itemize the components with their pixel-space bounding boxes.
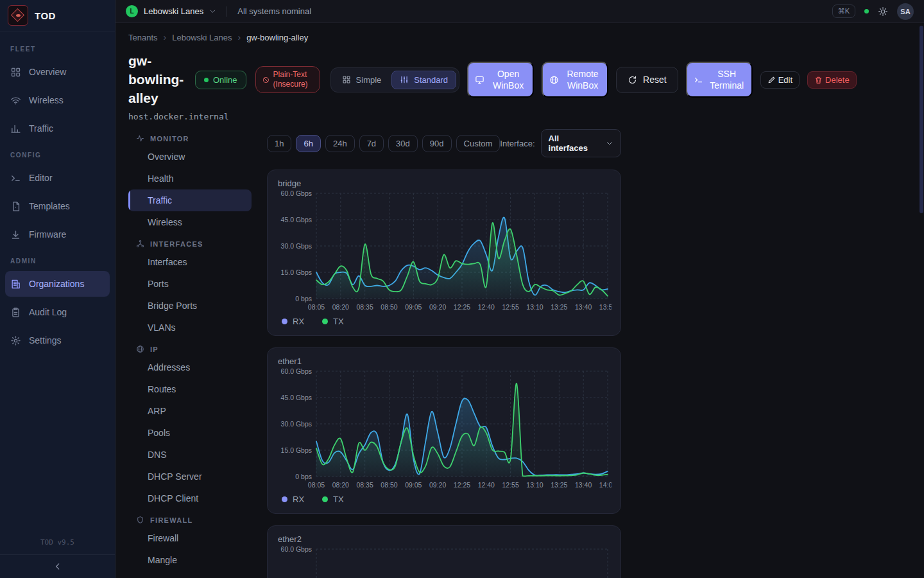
legend-rx: RX [282,495,304,504]
slash-circle-icon [262,76,270,83]
chevron-left-icon [53,562,62,571]
svg-text:12:55: 12:55 [502,481,519,489]
tenant-switcher[interactable]: L Lebowski Lanes [126,5,216,17]
svg-text:60.0 Gbps: 60.0 Gbps [281,189,312,197]
subnav-item-interfaces[interactable]: Interfaces [128,251,252,273]
svg-text:30.0 Gbps: 30.0 Gbps [281,420,312,428]
sidebar-item-settings[interactable]: Settings [5,328,110,353]
topbar-divider [227,6,227,17]
sidebar-item-label: Firmware [29,229,66,240]
rx-dot-icon [282,319,287,324]
breadcrumb-tenant[interactable]: Lebowski Lanes [172,33,232,42]
user-avatar[interactable]: SA [897,3,914,20]
svg-text:13:40: 13:40 [575,481,592,489]
gear-icon [10,335,21,346]
tenant-avatar: L [126,5,138,17]
page-header: gw-bowling-alley host.docker.internal On… [128,51,911,121]
subnav-item-pools[interactable]: Pools [128,422,252,444]
subnav-item-bridge-ports[interactable]: Bridge Ports [128,295,252,317]
edit-button[interactable]: Edit [760,71,800,89]
time-range-group: 1h6h24h7d30d90dCustom [267,135,500,152]
open-winbox-button[interactable]: Open WinBox [467,62,534,98]
subnav-item-traffic[interactable]: Traffic [128,189,252,211]
chart-title: ether1 [278,356,610,366]
svg-text:13:10: 13:10 [526,303,543,311]
interface-select[interactable]: All interfaces [541,129,621,157]
svg-text:13:55: 13:55 [599,303,612,311]
subnav-item-routes[interactable]: Routes [128,378,252,400]
sidebar-item-label: Settings [29,335,62,346]
sun-icon[interactable] [878,6,888,17]
bar-chart-icon [10,123,21,134]
subnav-item-vlans[interactable]: VLANs [128,317,252,338]
online-dot-icon [204,78,209,82]
subnav-section-label: FIREWALL [150,516,193,524]
svg-text:09:05: 09:05 [405,303,422,311]
sliders-icon [400,75,409,84]
svg-text:08:35: 08:35 [357,481,373,489]
svg-text:08:50: 08:50 [381,303,397,311]
subnav-item-ports[interactable]: Ports [128,273,252,295]
sidebar-item-label: Templates [29,201,70,211]
sidebar-item-overview[interactable]: Overview [5,59,110,85]
svg-text:60.0 Gbps: 60.0 Gbps [281,545,312,553]
time-range-24h[interactable]: 24h [325,135,355,152]
subnav-section-label: MONITOR [150,135,189,143]
time-range-90d[interactable]: 90d [422,135,452,152]
time-range-1h[interactable]: 1h [267,135,291,152]
svg-text:45.0 Gbps: 45.0 Gbps [281,394,312,401]
time-range-7d[interactable]: 7d [359,135,384,152]
breadcrumb-current: gw-bowling-alley [246,33,308,42]
subnav-item-dhcp-client[interactable]: DHCP Client [128,487,252,509]
remote-winbox-button[interactable]: Remote WinBox [542,62,608,98]
chart-title: ether2 [278,534,610,544]
subnav-section-ip: IP [128,338,252,356]
legend-tx: TX [322,495,344,504]
subnav-item-firewall[interactable]: Firewall [128,527,252,549]
shield-icon [136,516,144,524]
time-range-6h[interactable]: 6h [296,135,320,152]
app-logo-row: TOD [0,0,115,31]
traffic-chart-bridge: 60.0 Gbps45.0 Gbps30.0 Gbps15.0 Gbps0 bp… [278,189,612,315]
chevron-down-icon [606,139,613,147]
reset-button[interactable]: Reset [616,67,678,93]
sidebar-item-editor[interactable]: Editor [5,165,110,191]
sidebar-nav: FLEETOverviewWirelessTrafficCONFIGEditor… [0,31,115,532]
sidebar-item-audit-log[interactable]: Audit Log [5,299,110,325]
subnav-item-health[interactable]: Health [128,168,252,189]
subnav-item-overview[interactable]: Overview [128,146,252,168]
svg-text:12:25: 12:25 [454,481,470,489]
traffic-panel: 1h6h24h7d30d90dCustom Interface: All int… [267,128,621,578]
delete-button[interactable]: Delete [807,71,857,89]
main-area: L Lebowski Lanes All systems nominal ⌘K … [116,0,924,578]
subnav-item-dhcp-server[interactable]: DHCP Server [128,466,252,487]
sidebar-collapse-button[interactable] [0,554,115,578]
system-status-text: All systems nominal [237,6,311,16]
time-range-custom[interactable]: Custom [456,135,501,152]
device-subnav: MONITOROverviewHealthTrafficWirelessINTE… [128,128,252,571]
mode-simple-button[interactable]: Simple [334,71,390,89]
subnav-item-addresses[interactable]: Addresses [128,356,252,378]
traffic-chart-ether2: 60.0 Gbps [278,545,612,578]
mode-standard-button[interactable]: Standard [391,71,456,89]
sidebar-item-wireless[interactable]: Wireless [5,87,110,113]
scrollbar-thumb[interactable] [920,26,923,213]
time-range-30d[interactable]: 30d [388,135,418,152]
sidebar-item-firmware[interactable]: Firmware [5,222,110,247]
sidebar-item-templates[interactable]: Templates [5,193,110,219]
subnav-item-mangle[interactable]: Mangle [128,549,252,571]
sidebar-section-config: CONFIGEditorTemplatesFirmware [0,152,115,247]
chart-legend: RX TX [278,315,610,329]
breadcrumb-tenants[interactable]: Tenants [128,33,158,42]
ssh-terminal-button[interactable]: SSH Terminal [686,62,753,98]
command-palette-shortcut[interactable]: ⌘K [832,4,855,18]
sidebar-item-organizations[interactable]: Organizations [5,271,110,297]
svg-text:12:40: 12:40 [478,481,495,489]
subnav-item-arp[interactable]: ARP [128,400,252,422]
network-icon [136,240,144,248]
subnav-item-wireless[interactable]: Wireless [128,211,252,233]
sidebar-item-traffic[interactable]: Traffic [5,116,110,141]
tx-dot-icon [322,496,328,502]
subnav-item-dns[interactable]: DNS [128,444,252,466]
sidebar-section-label: ADMIN [0,258,115,268]
